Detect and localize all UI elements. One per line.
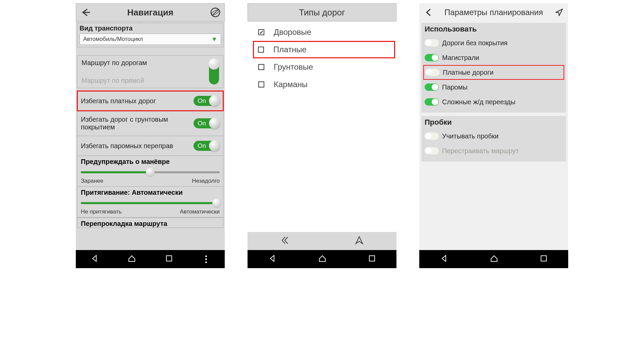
road-type-label: Платные xyxy=(273,45,307,54)
page-title: Параметры планирования xyxy=(434,8,553,17)
nav-home-icon[interactable] xyxy=(127,254,136,264)
avoid-ferry-toggle[interactable]: On xyxy=(194,141,220,151)
route-by-roads-label: Маршрут по дорогам xyxy=(82,59,209,67)
nav-home-icon[interactable] xyxy=(490,254,498,264)
avoid-dirt-toggle[interactable]: On xyxy=(194,118,220,128)
svg-rect-2 xyxy=(166,256,172,261)
warn-right-label: Незадолго xyxy=(192,178,220,184)
snap-block: Притягивание: Автоматически Не притягива… xyxy=(77,187,223,218)
android-navbar xyxy=(76,250,225,268)
routing-option-row: Перестраивать маршрут xyxy=(425,143,563,158)
avoid-toll-row: Избегать платных дорог On xyxy=(77,91,223,111)
nav-back-icon[interactable] xyxy=(268,254,277,264)
road-type-row[interactable]: Дворовые xyxy=(248,23,396,41)
road-type-label: Карманы xyxy=(274,80,308,89)
toggle-switch[interactable] xyxy=(425,39,439,47)
navigate-up-icon[interactable] xyxy=(354,235,365,247)
group-use-title: Использовать xyxy=(425,25,563,34)
transport-select[interactable]: Автомобиль/Мотоцикл ▼ xyxy=(79,34,221,45)
app-bottom-bar xyxy=(248,232,396,250)
header: Типы дорог xyxy=(248,3,396,21)
compass-icon[interactable] xyxy=(210,7,221,18)
routing-option-label: Платные дороги xyxy=(443,69,494,76)
toggle-switch[interactable] xyxy=(425,132,439,140)
snap-right-label: Автоматически xyxy=(180,208,220,215)
header: Параметры планирования xyxy=(419,3,568,21)
group-traffic-title: Пробки xyxy=(425,118,563,127)
navigate-icon[interactable] xyxy=(553,7,565,18)
nav-back-icon[interactable] xyxy=(440,254,448,264)
header: Навигация xyxy=(76,3,225,21)
svg-rect-4 xyxy=(541,256,546,261)
checkbox-icon[interactable] xyxy=(258,29,264,35)
avoid-toll-label: Избегать платных дорог xyxy=(81,97,194,105)
routing-option-row[interactable]: Паромы xyxy=(425,80,563,95)
toggle-switch xyxy=(425,147,439,155)
road-types-list: ДворовыеПлатныеГрунтовыеКарманы xyxy=(248,23,396,232)
routing-option-label: Учитывать пробки xyxy=(442,132,499,140)
checkbox-icon[interactable] xyxy=(258,64,264,70)
routing-option-row[interactable]: Учитывать пробки xyxy=(425,129,563,143)
transport-label: Вид транспорта xyxy=(79,24,221,32)
avoid-toll-toggle[interactable]: On xyxy=(194,96,220,106)
routing-option-label: Паромы xyxy=(442,83,468,91)
go-first-icon[interactable] xyxy=(279,235,290,247)
avoid-dirt-row: Избегать дорог с грунтовым покрытием On xyxy=(77,111,223,136)
road-type-row[interactable]: Грунтовые xyxy=(248,58,396,76)
avoid-ferry-row: Избегать паромных переправ On xyxy=(77,136,223,156)
screen-road-types: Типы дорог ДворовыеПлатныеГрунтовыеКарма… xyxy=(248,3,396,268)
back-arrow-icon[interactable] xyxy=(79,7,91,18)
android-navbar xyxy=(419,250,568,268)
toggle-switch[interactable] xyxy=(425,54,439,61)
warn-slider[interactable] xyxy=(81,168,220,176)
snap-left-label: Не притягивать xyxy=(81,208,122,215)
route-straight-label: Маршрут по прямой xyxy=(82,77,209,84)
routing-option-row[interactable]: Платные дороги xyxy=(423,65,564,80)
screen-navigation: Навигация Вид транспорта Автомобиль/Мото… xyxy=(76,3,225,268)
routing-body: Использовать Дороги без покрытияМагистра… xyxy=(419,21,568,250)
back-chevron-icon[interactable] xyxy=(423,7,434,18)
reroute-title: Перепрокладка маршрута xyxy=(77,218,223,228)
nav-back-icon[interactable] xyxy=(90,254,99,264)
checkbox-icon[interactable] xyxy=(258,47,264,53)
routing-option-label: Магистрали xyxy=(442,54,479,62)
warn-block: Предупреждать о манёвре Заранее Незадолг… xyxy=(77,156,223,187)
group-use: Использовать Дороги без покрытияМагистра… xyxy=(421,23,566,113)
avoid-dirt-label: Избегать дорог с грунтовым покрытием xyxy=(81,116,194,131)
routing-option-label: Дороги без покрытия xyxy=(442,39,507,47)
settings-body: Вид транспорта Автомобиль/Мотоцикл ▼ Мар… xyxy=(76,21,225,250)
nav-recent-icon[interactable] xyxy=(540,254,548,264)
routing-option-row[interactable]: Дороги без покрытия xyxy=(425,36,563,50)
road-type-row[interactable]: Платные xyxy=(253,41,395,58)
road-type-row[interactable]: Карманы xyxy=(248,76,396,93)
transport-value: Автомобиль/Мотоцикл xyxy=(83,36,143,43)
page-title: Типы дорог xyxy=(251,7,393,18)
nav-recent-icon[interactable] xyxy=(165,254,173,264)
routing-option-label: Перестраивать маршрут xyxy=(442,147,519,155)
road-types-body: ДворовыеПлатныеГрунтовыеКарманы xyxy=(248,21,396,250)
route-mode-toggle[interactable] xyxy=(209,59,219,84)
toggle-switch[interactable] xyxy=(425,83,439,91)
route-mode-row: Маршрут по дорогам Маршрут по прямой xyxy=(77,55,223,88)
warn-left-label: Заранее xyxy=(81,178,103,184)
nav-home-icon[interactable] xyxy=(318,254,327,264)
road-type-label: Грунтовые xyxy=(274,62,313,72)
routing-option-label: Сложные ж/д переезды xyxy=(442,98,516,106)
toggle-switch[interactable] xyxy=(425,69,439,76)
routing-option-row[interactable]: Сложные ж/д переезды xyxy=(425,95,563,109)
road-type-label: Дворовые xyxy=(274,27,311,37)
page-title: Навигация xyxy=(91,7,210,18)
toggle-switch[interactable] xyxy=(425,98,439,106)
chevron-down-icon: ▼ xyxy=(211,36,217,43)
avoid-ferry-label: Избегать паромных переправ xyxy=(81,142,194,150)
checkbox-icon[interactable] xyxy=(258,81,264,87)
nav-menu-icon[interactable] xyxy=(202,255,210,263)
svg-rect-3 xyxy=(369,256,375,261)
screen-routing-params: Параметры планирования Использовать Доро… xyxy=(419,3,568,268)
nav-recent-icon[interactable] xyxy=(368,254,376,264)
transport-field: Вид транспорта Автомобиль/Мотоцикл ▼ xyxy=(77,23,223,47)
warn-title: Предупреждать о манёвре xyxy=(81,158,220,166)
snap-slider[interactable] xyxy=(81,198,220,207)
routing-option-row[interactable]: Магистрали xyxy=(425,50,563,65)
group-traffic: Пробки Учитывать пробкиПерестраивать мар… xyxy=(421,116,566,162)
